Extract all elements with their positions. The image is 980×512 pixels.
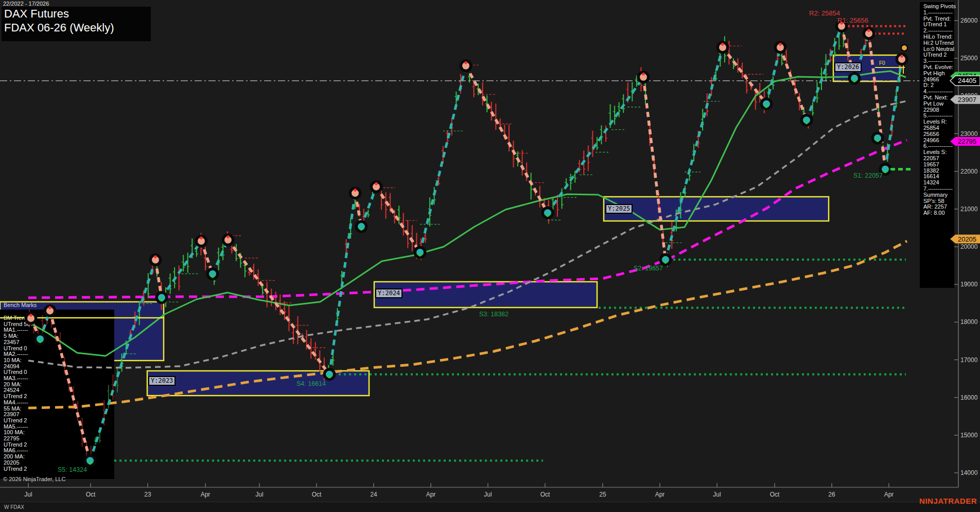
zigzag-up-leg [162,241,201,298]
pivot-signal-dot [48,306,51,310]
y-axis-label: 21000 [960,206,978,213]
support-label: S3: 18382 [479,311,509,318]
price-tag-value: 22795 [958,138,976,145]
x-axis-label: Jul [24,491,32,498]
zigzag-up-leg [329,193,355,374]
x-axis-label: Oct [770,491,780,498]
pivot-signal-dot [464,61,467,64]
pivot-signal-dot [779,43,782,46]
x-axis-label: 26 [828,491,835,498]
pivot-signal-dot [721,43,724,46]
zigzag-down-leg [643,77,666,260]
y-axis-label: 26000 [960,17,978,24]
pivot-signal-dot [360,228,363,231]
zigzag-up-leg [90,260,155,461]
x-axis-label: Apr [655,491,665,498]
candles-left-faint-layer [28,306,119,467]
pivot-signal-dot [546,214,549,217]
zigzag-up-leg [885,59,902,169]
y-axis-label: 18000 [960,318,978,326]
axis-labels-layer: JulOct23AprJulOct24AprJulOct25AprJulOct2… [24,17,977,498]
price-tag-value: 20205 [958,235,976,243]
year-box-chip[interactable]: Y:2026 [834,62,862,72]
tab-strip: W FDAX [0,502,980,512]
zigzag-down-leg [466,66,548,213]
tab-w-fdax[interactable]: W FDAX [4,504,24,510]
y-axis-label: 14000 [960,469,978,476]
zigzag-down-leg [723,47,766,104]
zigzag-up-leg [766,47,780,104]
y-axis-label: 15000 [960,432,978,439]
pivot-signal-dot [160,299,163,302]
resistance-label: R1: 25656 [837,16,868,24]
pivot-signal-dot [765,105,768,108]
y-axis-label: 20000 [960,243,978,250]
zigzag-down-leg [228,240,329,374]
pivot-markers-layer [25,20,912,467]
y-axis-label: 17000 [960,356,978,364]
x-axis-label: 24 [370,491,377,498]
y-axis-label: 23000 [960,130,978,138]
pivot-signal-dot [876,139,879,142]
pivot-signal-dot [853,79,856,82]
pivot-signal-dot [89,462,92,465]
pivot-signal-dot [664,261,667,264]
level-labels-layer: S1: 22057S2: 19657S3: 18382S4: 16614S5: … [58,9,883,473]
moving-averages-layer [28,71,907,408]
pivot-signal-dot [226,235,230,238]
pivot-signal-dot [200,236,203,240]
developing-pivot-marker [901,45,907,51]
x-axis-label: Apr [426,491,436,498]
zigzag-up-leg [666,47,723,260]
zigzag-down-leg [376,187,420,252]
pivot-signal-dot [867,29,870,32]
pivot-signal-dot [354,189,357,192]
f0-marker-label: F0 [879,60,885,66]
support-label: S4: 16614 [296,380,326,387]
zigzag-up-leg [548,77,643,213]
pivot-signal-dot [375,182,378,185]
x-axis-label: Oct [312,491,322,498]
pivot-signal-dot [805,121,808,124]
pivot-signal-dot [29,314,32,317]
zigzag-down-leg [780,47,807,120]
ninjatrader-logo: NINJATRADER [919,497,977,505]
price-tag-value: 23907 [958,96,976,104]
x-axis-label: Apr [884,491,894,498]
support-label: S5: 14324 [58,466,87,473]
price-tag-value: 24405 [958,77,976,84]
x-axis-label: Jul [255,491,263,498]
pivot-signal-dot [39,340,42,343]
year-box-chip[interactable]: Y:2025 [605,204,633,214]
ma55-line [28,101,907,368]
y-axis-label: 25000 [960,55,978,62]
chart-canvas-over: JulOct23AprJulOct24AprJulOct25AprJulOct2… [0,0,980,512]
pivot-signal-dot [211,275,214,278]
year-box-chip[interactable]: Y:2023 [148,376,176,386]
support-label: S2: 19657 [634,265,663,272]
pivot-signal-dot [900,55,903,58]
x-axis-label: Oct [540,491,550,498]
zigzag-up-leg [807,26,842,120]
ma100-line [28,140,907,298]
y-axis-label: 22000 [960,168,978,175]
pivot-signal-dot [154,255,157,259]
zigzag-down-leg [869,33,885,169]
ma20-line [28,71,906,356]
pivot-signal-dot [418,253,422,257]
zigzag-up-leg [420,66,466,252]
resistance-label: R2: 25854 [809,9,840,17]
pivot-signal-dot [642,73,645,76]
x-axis-label: 23 [144,491,151,498]
y-axis-label: 16000 [960,394,978,401]
pivot-signal-dot [884,170,887,174]
year-box-chip[interactable]: Y:2024 [375,288,402,298]
support-label: S1: 22057 [853,172,883,179]
price-tags-layer: 2452424405239072279520205 [950,72,980,243]
x-axis-label: Apr [201,491,211,498]
chart-window: 22/2022 - 17/2026 DAX Futures FDAX 06-26… [0,0,980,512]
x-axis-label: Oct [86,491,96,498]
y-axis-label: 19000 [960,281,978,288]
pivot-signal-dot [328,376,331,379]
x-axis-label: 25 [599,491,606,498]
